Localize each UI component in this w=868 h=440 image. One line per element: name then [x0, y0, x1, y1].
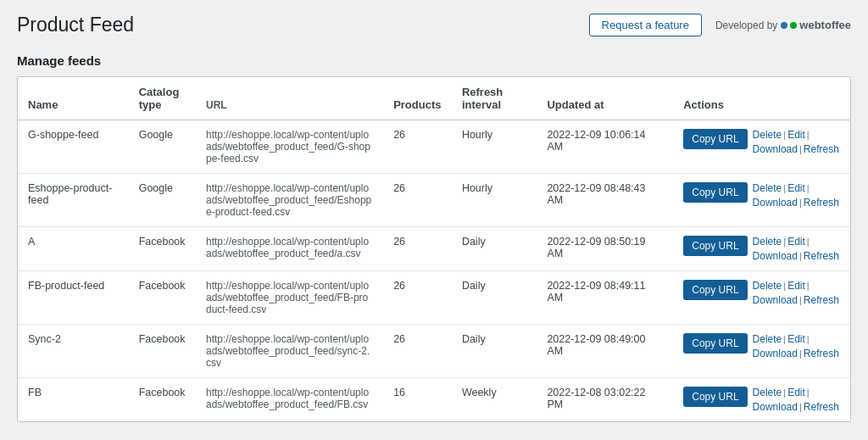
action-links: Delete | Edit |Download | Refresh	[753, 280, 839, 306]
download-link[interactable]: Download	[753, 401, 798, 413]
table-body: G-shoppe-feedGooglehttp://eshoppe.local/…	[18, 120, 850, 422]
action-links-row-1: Delete | Edit |	[753, 333, 839, 345]
feeds-table: Name Catalog type URL Products Refresh i…	[18, 77, 850, 421]
table-row: G-shoppe-feedGooglehttp://eshoppe.local/…	[18, 120, 850, 174]
actions-cell: Copy URLDelete | Edit |Download | Refres…	[683, 280, 840, 306]
action-links-row-1: Delete | Edit |	[753, 280, 839, 292]
download-link[interactable]: Download	[753, 348, 798, 359]
edit-link[interactable]: Edit	[787, 333, 805, 345]
col-header-url: URL	[196, 77, 383, 120]
col-header-actions: Actions	[673, 77, 850, 120]
edit-link[interactable]: Edit	[787, 182, 805, 194]
action-links-row-1: Delete | Edit |	[753, 387, 839, 398]
page-header: Product Feed Request a feature Developed…	[17, 14, 851, 36]
cell-url: http://eshoppe.local/wp-content/uploads/…	[196, 120, 383, 174]
cell-name: G-shoppe-feed	[18, 120, 129, 174]
actions-cell: Copy URLDelete | Edit |Download | Refres…	[683, 129, 840, 155]
cell-name: FB-product-feed	[18, 271, 129, 325]
delete-link[interactable]: Delete	[753, 280, 782, 292]
edit-link[interactable]: Edit	[787, 129, 805, 141]
action-links-row-2: Download | Refresh	[753, 401, 839, 413]
action-links: Delete | Edit |Download | Refresh	[753, 182, 839, 209]
refresh-link[interactable]: Refresh	[804, 294, 839, 306]
download-link[interactable]: Download	[753, 250, 798, 262]
cell-url: http://eshoppe.local/wp-content/uploads/…	[196, 174, 383, 227]
download-link[interactable]: Download	[753, 197, 798, 209]
table-header: Name Catalog type URL Products Refresh i…	[18, 77, 850, 120]
separator: |	[799, 295, 802, 305]
copy-url-button[interactable]: Copy URL	[683, 280, 747, 300]
delete-link[interactable]: Delete	[753, 129, 782, 141]
separator: |	[807, 334, 810, 344]
edit-link[interactable]: Edit	[787, 280, 805, 292]
separator: |	[783, 387, 786, 398]
edit-link[interactable]: Edit	[787, 387, 805, 398]
delete-link[interactable]: Delete	[753, 333, 782, 345]
cell-products: 26	[383, 227, 452, 271]
table-row: AFacebookhttp://eshoppe.local/wp-content…	[18, 227, 850, 271]
separator: |	[783, 334, 786, 344]
header-row: Name Catalog type URL Products Refresh i…	[18, 77, 850, 120]
cell-refresh-interval: Hourly	[452, 120, 537, 174]
action-links-row-2: Download | Refresh	[753, 294, 839, 306]
cell-products: 26	[383, 174, 452, 227]
request-feature-button[interactable]: Request a feature	[589, 14, 702, 36]
delete-link[interactable]: Delete	[753, 182, 782, 194]
cell-updated-at: 2022-12-09 08:49:00 AM	[537, 325, 673, 378]
cell-name: A	[18, 227, 129, 271]
refresh-link[interactable]: Refresh	[804, 250, 839, 262]
copy-url-button[interactable]: Copy URL	[683, 129, 747, 149]
action-links: Delete | Edit |Download | Refresh	[753, 333, 839, 359]
action-links: Delete | Edit |Download | Refresh	[753, 129, 839, 155]
cell-refresh-interval: Hourly	[452, 174, 537, 227]
cell-refresh-interval: Daily	[452, 271, 537, 325]
cell-catalog: Facebook	[129, 227, 196, 271]
cell-updated-at: 2022-12-09 08:49:11 AM	[537, 271, 673, 325]
logo-dot-green-icon	[790, 22, 797, 29]
developed-by: Developed by webtoffee	[715, 19, 851, 31]
copy-url-button[interactable]: Copy URL	[683, 333, 747, 354]
separator: |	[807, 281, 810, 291]
copy-url-button[interactable]: Copy URL	[683, 387, 747, 407]
cell-actions: Copy URLDelete | Edit |Download | Refres…	[673, 325, 850, 378]
action-links-row-1: Delete | Edit |	[753, 236, 839, 248]
download-link[interactable]: Download	[753, 143, 798, 155]
logo-dot-blue-icon	[781, 22, 787, 29]
col-header-updated: Updated at	[537, 77, 673, 120]
refresh-link[interactable]: Refresh	[804, 401, 839, 413]
actions-cell: Copy URLDelete | Edit |Download | Refres…	[683, 182, 840, 209]
cell-catalog: Facebook	[129, 378, 196, 422]
cell-products: 16	[383, 378, 452, 422]
copy-url-button[interactable]: Copy URL	[683, 236, 747, 256]
cell-refresh-interval: Daily	[452, 227, 537, 271]
delete-link[interactable]: Delete	[753, 236, 782, 248]
separator: |	[807, 183, 810, 193]
action-links-row-2: Download | Refresh	[753, 348, 839, 359]
table-row: Eshoppe-product-feedGooglehttp://eshoppe…	[18, 174, 850, 227]
col-header-name: Name	[18, 77, 129, 120]
separator: |	[783, 183, 786, 193]
col-header-refresh: Refresh interval	[452, 77, 537, 120]
action-links: Delete | Edit |Download | Refresh	[753, 236, 839, 262]
refresh-link[interactable]: Refresh	[804, 143, 839, 155]
cell-updated-at: 2022-12-09 08:50:19 AM	[537, 227, 673, 271]
cell-actions: Copy URLDelete | Edit |Download | Refres…	[673, 227, 850, 271]
edit-link[interactable]: Edit	[787, 236, 805, 248]
action-links-row-2: Download | Refresh	[753, 197, 839, 209]
cell-url: http://eshoppe.local/wp-content/uploads/…	[196, 325, 383, 378]
actions-cell: Copy URLDelete | Edit |Download | Refres…	[683, 333, 840, 359]
action-links: Delete | Edit |Download | Refresh	[753, 387, 839, 413]
refresh-link[interactable]: Refresh	[804, 348, 839, 359]
feeds-table-container: Name Catalog type URL Products Refresh i…	[17, 76, 851, 422]
separator: |	[799, 198, 802, 208]
cell-updated-at: 2022-12-09 08:48:43 AM	[537, 174, 673, 227]
cell-refresh-interval: Daily	[452, 325, 537, 378]
separator: |	[783, 237, 786, 247]
delete-link[interactable]: Delete	[753, 387, 782, 398]
separator: |	[783, 130, 786, 140]
download-link[interactable]: Download	[753, 294, 798, 306]
refresh-link[interactable]: Refresh	[804, 197, 839, 209]
copy-url-button[interactable]: Copy URL	[683, 182, 747, 203]
cell-name: FB	[18, 378, 129, 422]
action-links-row-1: Delete | Edit |	[753, 129, 839, 141]
